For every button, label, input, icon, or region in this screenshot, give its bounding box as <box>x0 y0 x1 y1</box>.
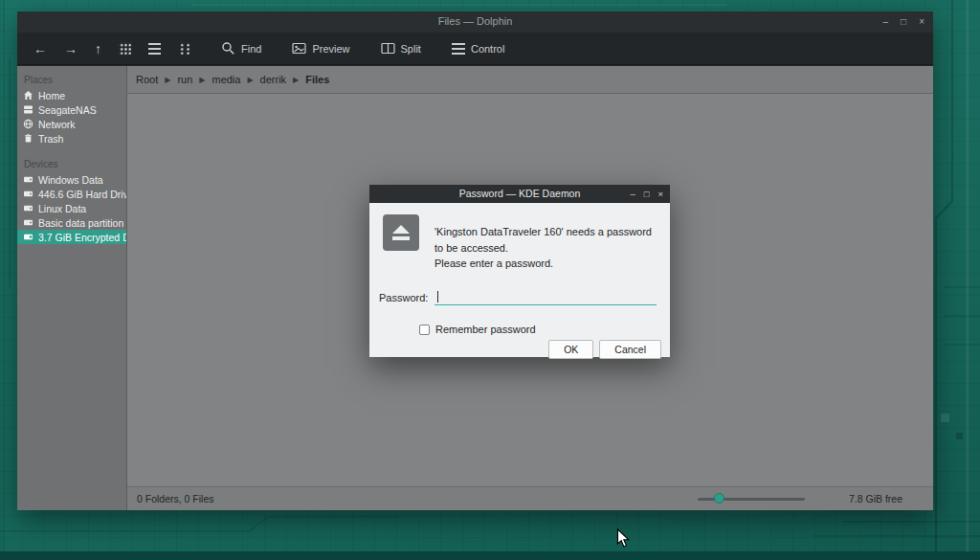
ok-button[interactable]: OK <box>548 340 593 359</box>
remember-password-checkbox[interactable] <box>419 325 430 335</box>
sidebar-item-label: Trash <box>38 133 63 145</box>
remember-password-option[interactable]: Remember password <box>419 324 536 335</box>
dialog-message-line2: Please enter a password. <box>434 256 662 272</box>
control-button[interactable]: Control <box>445 39 511 58</box>
desktop-bottom-strip <box>0 551 980 560</box>
dialog-maximize-icon[interactable]: □ <box>644 189 650 199</box>
sidebar-item-label: 3.7 GiB Encrypted Drive <box>38 232 127 243</box>
control-label: Control <box>471 43 504 55</box>
sidebar-item-windows-data[interactable]: Windows Data <box>17 172 126 187</box>
chevron-right-icon: ▶ <box>165 76 170 84</box>
remember-password-label: Remember password <box>435 324 536 335</box>
breadcrumb-item-derrik[interactable]: derrik <box>260 74 287 85</box>
sidebar-item-encrypted-drive[interactable]: 3.7 GiB Encrypted Drive <box>17 230 126 244</box>
drive-icon <box>23 174 33 185</box>
sidebar-item-home[interactable]: Home <box>17 88 126 102</box>
home-icon <box>23 90 33 101</box>
close-icon[interactable]: × <box>919 17 924 27</box>
chevron-right-icon: ▶ <box>247 76 253 84</box>
back-button[interactable]: ← <box>27 38 54 59</box>
dialog-title: Password — KDE Daemon <box>369 188 670 199</box>
dialog-minimize-icon[interactable]: – <box>630 189 635 199</box>
forward-icon: → <box>64 42 78 56</box>
chevron-right-icon: ▶ <box>199 76 205 84</box>
sidebar-item-label: SeagateNAS <box>38 104 97 116</box>
dialog-titlebar[interactable]: Password — KDE Daemon – □ × <box>369 185 670 203</box>
password-dialog: Password — KDE Daemon – □ × 'Kingston Da… <box>369 185 670 357</box>
find-label: Find <box>241 43 261 55</box>
encrypted-drive-icon <box>23 232 33 242</box>
split-button[interactable]: Split <box>374 37 428 59</box>
zoom-slider-handle[interactable] <box>714 493 724 504</box>
text-caret <box>437 291 438 302</box>
devices-header: Devices <box>17 156 126 172</box>
sidebar-item-linux-data[interactable]: Linux Data <box>17 201 126 215</box>
details-view-button[interactable] <box>171 38 197 58</box>
sidebar-item-label: Network <box>38 119 76 130</box>
places-panel: Places Home SeagateNAS <box>17 66 127 510</box>
sidebar-item-label: Linux Data <box>38 203 86 214</box>
window-titlebar[interactable]: Files — Dolphin – □ × <box>17 11 933 33</box>
details-view-icon <box>178 42 190 55</box>
compact-view-button[interactable] <box>142 39 167 58</box>
trash-icon <box>23 133 33 144</box>
hamburger-menu-icon <box>452 43 465 55</box>
sidebar-item-seagatenas[interactable]: SeagateNAS <box>17 102 126 117</box>
breadcrumb-item-run[interactable]: run <box>177 74 192 85</box>
preview-button[interactable]: Preview <box>285 37 356 59</box>
breadcrumb-item-root[interactable]: Root <box>136 74 158 85</box>
sidebar-item-trash[interactable]: Trash <box>17 131 126 146</box>
split-label: Split <box>401 43 421 55</box>
breadcrumb-item-media[interactable]: media <box>212 74 240 85</box>
eject-device-icon <box>383 214 419 251</box>
find-button[interactable]: Find <box>214 37 268 59</box>
drive-icon <box>23 203 33 213</box>
minimize-icon[interactable]: – <box>883 17 889 27</box>
chevron-right-icon: ▶ <box>293 76 299 84</box>
toolbar: ← → ↑ Find <box>17 33 933 65</box>
drive-icon <box>23 189 33 199</box>
sidebar-item-label: Windows Data <box>38 174 103 186</box>
network-globe-icon <box>23 119 33 129</box>
sidebar-item-label: Home <box>38 90 65 101</box>
places-header: Places <box>17 72 126 88</box>
preview-label: Preview <box>312 43 349 55</box>
dialog-close-icon[interactable]: × <box>657 189 663 199</box>
free-space-label: 7.8 GiB free <box>849 493 902 504</box>
up-icon: ↑ <box>95 42 101 56</box>
icons-view-button[interactable] <box>112 38 138 58</box>
back-icon: ← <box>33 42 47 56</box>
compact-view-icon <box>148 43 161 55</box>
password-input[interactable] <box>434 289 657 305</box>
window-title: Files — Dolphin <box>17 15 933 27</box>
sidebar-item-network[interactable]: Network <box>17 117 126 131</box>
sidebar-item-label: 446.6 GiB Hard Drive <box>38 189 127 200</box>
zoom-slider[interactable] <box>698 492 805 505</box>
preview-image-icon <box>292 41 306 56</box>
dialog-message: 'Kingston DataTraveler 160' needs a pass… <box>434 224 662 272</box>
forward-button[interactable]: → <box>57 38 84 59</box>
sidebar-item-label: Basic data partition <box>38 217 123 229</box>
statusbar: 0 Folders, 0 Files 7.8 GiB free <box>127 487 933 510</box>
breadcrumb: Root ▶ run ▶ media ▶ derrik ▶ Files <box>127 66 933 93</box>
icons-view-icon <box>119 42 131 55</box>
drive-icon <box>23 217 33 228</box>
sidebar-item-basic-data-partition[interactable]: Basic data partition <box>17 215 126 230</box>
nas-icon <box>23 104 33 115</box>
status-summary: 0 Folders, 0 Files <box>137 493 214 504</box>
password-label: Password: <box>379 292 428 303</box>
dialog-message-line1: 'Kingston DataTraveler 160' needs a pass… <box>434 224 662 256</box>
search-icon <box>221 41 235 56</box>
up-button[interactable]: ↑ <box>88 38 108 59</box>
breadcrumb-item-files[interactable]: Files <box>305 74 329 85</box>
split-view-icon <box>381 41 395 56</box>
sidebar-item-hard-drive[interactable]: 446.6 GiB Hard Drive <box>17 187 126 201</box>
cancel-button[interactable]: Cancel <box>599 340 661 359</box>
maximize-icon[interactable]: □ <box>901 17 906 27</box>
